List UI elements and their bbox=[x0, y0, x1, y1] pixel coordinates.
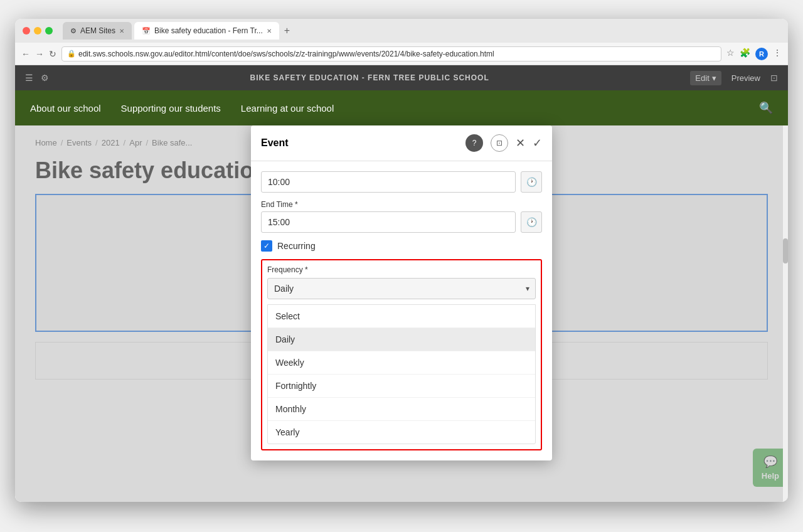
frequency-dropdown-wrapper: Select Daily Weekly Fortnightly Monthly … bbox=[267, 278, 536, 299]
dialog-close-button[interactable]: ✕ bbox=[516, 136, 525, 150]
nav-about-our-school[interactable]: About our school bbox=[30, 98, 101, 119]
search-icon[interactable]: 🔍 bbox=[759, 101, 773, 115]
cms-settings-icon[interactable]: ⚙ bbox=[41, 73, 49, 83]
aem-sites-tab-icon: ⚙ bbox=[70, 27, 77, 35]
event-dialog: Event ? ⊡ ✕ ✓ 🕐 bbox=[251, 125, 552, 460]
close-window-button[interactable] bbox=[23, 27, 30, 35]
fullscreen-icon-button[interactable]: ⊡ bbox=[491, 134, 508, 152]
reload-button[interactable]: ↻ bbox=[49, 49, 56, 59]
start-time-row: 🕐 bbox=[261, 171, 542, 193]
start-time-group: 🕐 bbox=[261, 171, 542, 193]
end-time-row: 🕐 bbox=[261, 211, 542, 233]
option-item-select[interactable]: Select bbox=[268, 305, 535, 328]
title-bar: ⚙ AEM Sites ✕ 📅 Bike safety education - … bbox=[15, 19, 788, 43]
recurring-row: ✓ Recurring bbox=[261, 240, 542, 252]
page-area: Home / Events / 2021 / Apr / Bike safe..… bbox=[15, 125, 788, 502]
minimize-window-button[interactable] bbox=[34, 27, 41, 35]
forward-button[interactable]: → bbox=[35, 49, 44, 59]
aem-sites-tab-close[interactable]: ✕ bbox=[119, 28, 124, 35]
edit-label: Edit bbox=[695, 73, 709, 83]
option-item-yearly[interactable]: Yearly bbox=[268, 421, 535, 444]
recurring-label: Recurring bbox=[277, 241, 316, 251]
option-item-weekly[interactable]: Weekly bbox=[268, 351, 535, 375]
dialog-body: 🕐 End Time * 🕐 ✓ bbox=[251, 161, 552, 460]
check-mark-icon: ✓ bbox=[263, 242, 270, 250]
edit-dropdown-icon[interactable]: ▾ bbox=[712, 73, 716, 83]
start-time-input[interactable] bbox=[261, 171, 516, 193]
bookmark-icon[interactable]: ☆ bbox=[726, 48, 735, 60]
address-bar-actions: ☆ 🧩 R ⋮ bbox=[726, 48, 782, 60]
edit-button[interactable]: Edit ▾ bbox=[690, 71, 721, 85]
new-tab-button[interactable]: + bbox=[284, 25, 290, 36]
tab-aem-sites[interactable]: ⚙ AEM Sites ✕ bbox=[63, 22, 132, 40]
end-time-label: End Time * bbox=[261, 200, 542, 209]
frequency-select[interactable]: Select Daily Weekly Fortnightly Monthly … bbox=[267, 278, 536, 299]
frequency-section: Frequency * Select Daily Weekly Fortnigh… bbox=[261, 259, 542, 450]
address-bar: ← → ↻ 🔒 edit.sws.schools.nsw.gov.au/edit… bbox=[15, 43, 788, 65]
maximize-window-button[interactable] bbox=[45, 27, 53, 35]
site-nav: About our school Supporting our students… bbox=[15, 90, 788, 125]
extensions-icon[interactable]: 🧩 bbox=[740, 48, 750, 60]
profile-icon[interactable]: R bbox=[755, 48, 768, 60]
start-time-clock-button[interactable]: 🕐 bbox=[521, 171, 542, 193]
dropdown-options-list: Select Daily Weekly Fortnightly Monthly … bbox=[267, 304, 536, 444]
cms-toolbar-left: ☰ ⚙ bbox=[25, 73, 49, 83]
cms-page-title: BIKE SAFETY EDUCATION - FERN TREE PUBLIC… bbox=[59, 73, 680, 82]
bike-safety-tab-icon: 📅 bbox=[142, 27, 151, 35]
url-text: edit.sws.schools.nsw.gov.au/editor.html/… bbox=[78, 50, 494, 58]
back-button[interactable]: ← bbox=[21, 49, 30, 59]
menu-icon[interactable]: ⋮ bbox=[773, 48, 782, 60]
cms-actions: Edit ▾ Preview ⊡ bbox=[690, 71, 778, 85]
help-icon-button[interactable]: ? bbox=[465, 134, 483, 152]
dialog-confirm-button[interactable]: ✓ bbox=[533, 136, 542, 150]
dialog-title: Event bbox=[261, 137, 458, 149]
recurring-checkbox[interactable]: ✓ bbox=[261, 240, 272, 252]
end-time-input[interactable] bbox=[261, 211, 516, 233]
cms-share-icon[interactable]: ⊡ bbox=[770, 73, 778, 83]
option-item-daily[interactable]: Daily bbox=[268, 328, 535, 351]
bike-safety-tab-close[interactable]: ✕ bbox=[267, 28, 272, 35]
dialog-header: Event ? ⊡ ✕ ✓ bbox=[251, 125, 552, 161]
option-item-monthly[interactable]: Monthly bbox=[268, 398, 535, 421]
option-item-fortnightly[interactable]: Fortnightly bbox=[268, 375, 535, 398]
sidebar-toggle-icon[interactable]: ☰ bbox=[25, 73, 33, 83]
modal-overlay: Event ? ⊡ ✕ ✓ 🕐 bbox=[15, 125, 788, 502]
cms-toolbar: ☰ ⚙ BIKE SAFETY EDUCATION - FERN TREE PU… bbox=[15, 65, 788, 90]
preview-button[interactable]: Preview bbox=[726, 71, 765, 85]
aem-sites-tab-label: AEM Sites bbox=[80, 26, 115, 35]
frequency-label: Frequency * bbox=[267, 265, 536, 274]
site-nav-items: About our school Supporting our students… bbox=[30, 98, 759, 119]
bike-safety-tab-label: Bike safety education - Fern Tr... bbox=[154, 26, 263, 35]
end-time-clock-button[interactable]: 🕐 bbox=[521, 211, 542, 233]
end-time-group: End Time * 🕐 bbox=[261, 200, 542, 233]
url-input[interactable]: 🔒 edit.sws.schools.nsw.gov.au/editor.htm… bbox=[61, 46, 721, 61]
traffic-lights bbox=[23, 27, 53, 35]
tab-bar: ⚙ AEM Sites ✕ 📅 Bike safety education - … bbox=[63, 22, 780, 40]
nav-supporting-students[interactable]: Supporting our students bbox=[121, 98, 221, 119]
tab-bike-safety[interactable]: 📅 Bike safety education - Fern Tr... ✕ bbox=[134, 22, 279, 40]
nav-learning-at-school[interactable]: Learning at our school bbox=[241, 98, 334, 119]
